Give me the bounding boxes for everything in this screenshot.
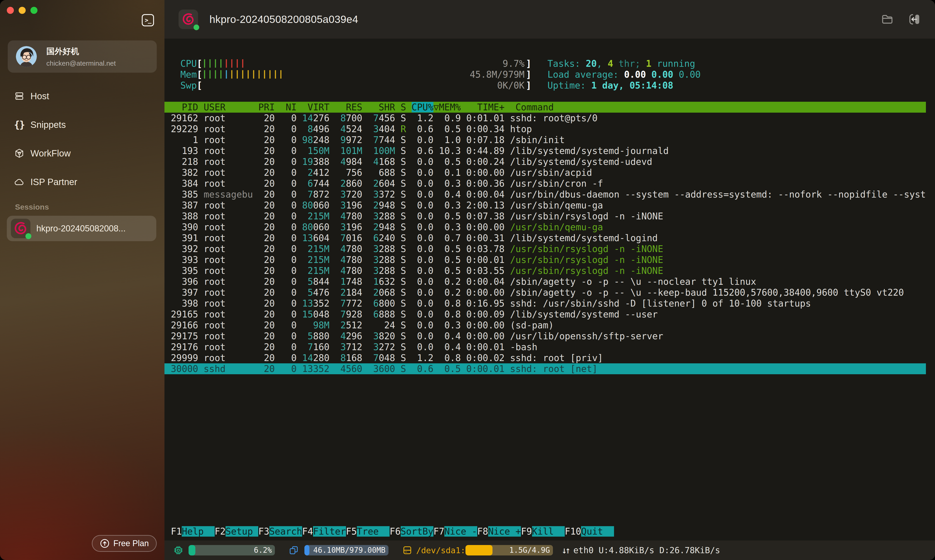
sidebar-item-workflow[interactable]: WorkFlow bbox=[8, 139, 157, 168]
meter-mem: Mem[45.8M/979M] bbox=[180, 69, 531, 80]
sort-column-cpu[interactable]: CPU% bbox=[411, 102, 433, 112]
meter-tick bbox=[220, 70, 222, 78]
fkey-label[interactable]: Help bbox=[182, 526, 215, 537]
fkey-f3[interactable]: F3 bbox=[258, 526, 269, 537]
process-row[interactable]: 388 root 20 0 215M 4780 3288 S 0.0 0.5 0… bbox=[165, 211, 926, 222]
process-row[interactable]: 29175 root 20 0 5880 4296 3820 S 0.0 0.4… bbox=[165, 331, 926, 342]
process-row[interactable]: 391 root 20 0 13604 7016 6240 S 0.0 0.7 … bbox=[165, 232, 926, 243]
process-row[interactable]: 193 root 20 0 150M 101M 100M S 0.6 10.3 … bbox=[165, 145, 926, 156]
process-row[interactable]: 396 root 20 0 5844 1748 1632 S 0.0 0.2 0… bbox=[165, 276, 926, 287]
session-status-dot bbox=[25, 233, 31, 239]
process-table-header[interactable]: PID USER PRI NI VIRT RES SHR S CPU%▽MEM%… bbox=[165, 102, 926, 112]
fkey-f7[interactable]: F7 bbox=[433, 526, 444, 537]
meter-tick bbox=[231, 70, 233, 78]
fkey-f5[interactable]: F5 bbox=[346, 526, 357, 537]
meter-swp: Swp[0K/0K] bbox=[180, 80, 531, 91]
header-cols-right: MEM% TIME+ Command bbox=[439, 102, 554, 112]
disk-usage-bar: 1.5G/4.9G bbox=[465, 545, 553, 555]
memory-usage-bar: 46.10MB/979.00MB bbox=[304, 545, 388, 555]
process-row[interactable]: 397 root 20 0 5476 2184 2068 S 0.0 0.2 0… bbox=[165, 287, 926, 298]
fkey-f6[interactable]: F6 bbox=[390, 526, 400, 537]
process-row[interactable]: 392 root 20 0 215M 4780 3288 S 0.0 0.5 0… bbox=[165, 243, 926, 254]
close-button[interactable] bbox=[7, 7, 14, 14]
sidebar-nav: Host {} Snippets WorkFlow bbox=[8, 82, 157, 196]
zoom-button[interactable] bbox=[31, 7, 37, 14]
session-item[interactable]: hkpro-202405082008... bbox=[7, 216, 156, 241]
folder-icon bbox=[881, 13, 894, 26]
session-item-label: hkpro-202405082008... bbox=[36, 224, 126, 234]
panel-collapse-icon bbox=[908, 13, 921, 26]
host-status-dot bbox=[194, 25, 199, 30]
meter-tick bbox=[204, 70, 205, 78]
fkey-label[interactable]: Quit bbox=[581, 526, 614, 537]
sidebar-item-label: ISP Partner bbox=[31, 177, 77, 187]
toggle-panel-button[interactable] bbox=[907, 12, 922, 26]
process-row[interactable]: 384 root 20 0 6744 2860 2604 S 0.0 0.3 0… bbox=[165, 178, 926, 189]
host-debian-icon bbox=[179, 9, 198, 29]
profile-name: 国外好机 bbox=[46, 46, 116, 57]
fkey-label[interactable]: SortBy bbox=[401, 526, 434, 537]
fkey-label[interactable]: Setup bbox=[226, 526, 259, 537]
meter-tick bbox=[280, 70, 282, 78]
htop-info: Tasks: 20, 4 thr; 1 runningLoad average:… bbox=[547, 58, 701, 91]
fkey-f2[interactable]: F2 bbox=[215, 526, 226, 537]
process-row[interactable]: 1 root 20 0 98248 9972 7744 S 0.0 1.0 0:… bbox=[165, 134, 926, 145]
process-row[interactable]: 29176 root 20 0 7160 3712 3272 S 0.0 0.4… bbox=[165, 342, 926, 352]
process-row[interactable]: 29162 root 20 0 14276 8700 7456 S 1.2 0.… bbox=[165, 112, 926, 123]
process-row[interactable]: 218 root 20 0 19388 4984 4168 S 0.0 0.5 … bbox=[165, 156, 926, 167]
process-row[interactable]: 398 root 20 0 13352 7772 6800 S 0.0 0.8 … bbox=[165, 298, 926, 309]
fkey-f10[interactable]: F10 bbox=[565, 526, 581, 537]
meter-tick bbox=[226, 70, 227, 78]
process-row[interactable]: 382 root 20 0 2412 756 688 S 0.0 0.1 0:0… bbox=[165, 167, 926, 178]
meter-tick bbox=[259, 70, 260, 78]
meter-tick bbox=[237, 59, 238, 68]
sidebar-item-isp-partner[interactable]: ISP Partner bbox=[8, 168, 157, 196]
sidebar-item-snippets[interactable]: {} Snippets bbox=[8, 110, 157, 139]
updown-arrows-icon: ↓↑ bbox=[562, 545, 569, 555]
process-row[interactable]: 390 root 20 0 80060 3196 2948 S 0.0 0.3 … bbox=[165, 222, 926, 232]
memory-icon bbox=[288, 545, 299, 555]
app-window: >_ bbox=[0, 0, 935, 560]
process-row[interactable]: 393 root 20 0 215M 4780 3288 S 0.0 0.5 0… bbox=[165, 254, 926, 265]
meter-tick bbox=[231, 59, 233, 68]
process-row[interactable]: 29999 root 20 0 14280 8168 7048 S 1.2 0.… bbox=[165, 352, 926, 363]
process-row[interactable]: 395 root 20 0 215M 4780 3288 S 0.0 0.5 0… bbox=[165, 265, 926, 276]
profile-meta: 国外好机 chicken@aterminal.net bbox=[46, 46, 116, 67]
fkey-label[interactable]: Search bbox=[270, 526, 302, 537]
disk-device-label: /dev/sda1: bbox=[416, 546, 465, 555]
profile-email: chicken@aterminal.net bbox=[46, 60, 116, 67]
fkey-label[interactable]: Nice + bbox=[488, 526, 521, 537]
process-row[interactable]: 29165 root 20 0 15048 7928 6888 S 0.0 0.… bbox=[165, 309, 926, 320]
sftp-folder-button[interactable] bbox=[880, 12, 895, 26]
process-row[interactable]: 29166 root 20 0 98M 2512 24 S 0.0 0.3 0:… bbox=[165, 320, 926, 331]
fkey-label[interactable]: Kill bbox=[532, 526, 565, 537]
fkey-f1[interactable]: F1 bbox=[171, 526, 182, 537]
fkey-f4[interactable]: F4 bbox=[302, 526, 313, 537]
meter-tick bbox=[204, 59, 205, 68]
server-icon bbox=[14, 91, 25, 102]
cloud-icon bbox=[14, 176, 25, 188]
fkey-label[interactable]: Tree bbox=[357, 526, 390, 537]
profile-card[interactable]: 国外好机 chicken@aterminal.net bbox=[8, 40, 157, 73]
sessions-section-label: Sessions bbox=[15, 203, 49, 211]
meter-value: 9.7% bbox=[503, 58, 525, 69]
minimize-button[interactable] bbox=[18, 7, 26, 14]
process-row[interactable]: 387 root 20 0 80060 3196 2948 S 0.0 0.3 … bbox=[165, 200, 926, 211]
process-row[interactable]: 29229 root 20 0 8496 4524 3404 R 0.6 0.5… bbox=[165, 123, 926, 134]
new-terminal-button[interactable]: >_ bbox=[142, 14, 154, 26]
fkey-label[interactable]: Nice - bbox=[444, 526, 477, 537]
process-row[interactable]: 30000 sshd 20 0 13352 4560 3600 S 0.6 0.… bbox=[165, 363, 926, 374]
fkey-f8[interactable]: F8 bbox=[477, 526, 488, 537]
header-cols-left: PID USER PRI NI VIRT RES SHR S bbox=[171, 102, 411, 112]
free-plan-button[interactable]: Free Plan bbox=[92, 535, 157, 552]
sidebar-item-host[interactable]: Host bbox=[8, 82, 157, 110]
fkey-f9[interactable]: F9 bbox=[521, 526, 532, 537]
fkey-label[interactable]: Filter bbox=[313, 526, 346, 537]
sort-direction-icon: ▽ bbox=[433, 102, 439, 112]
meter-tick bbox=[209, 59, 211, 68]
process-row[interactable]: 385 messagebu 20 0 7872 3720 3372 S 0.0 … bbox=[165, 189, 926, 200]
meter-tick bbox=[215, 59, 216, 68]
terminal-screen[interactable]: CPU[9.7%]Mem[45.8M/979M]Swp[0K/0K] Tasks… bbox=[165, 38, 935, 540]
cube-icon bbox=[14, 148, 25, 159]
upgrade-arrow-icon bbox=[100, 538, 110, 548]
